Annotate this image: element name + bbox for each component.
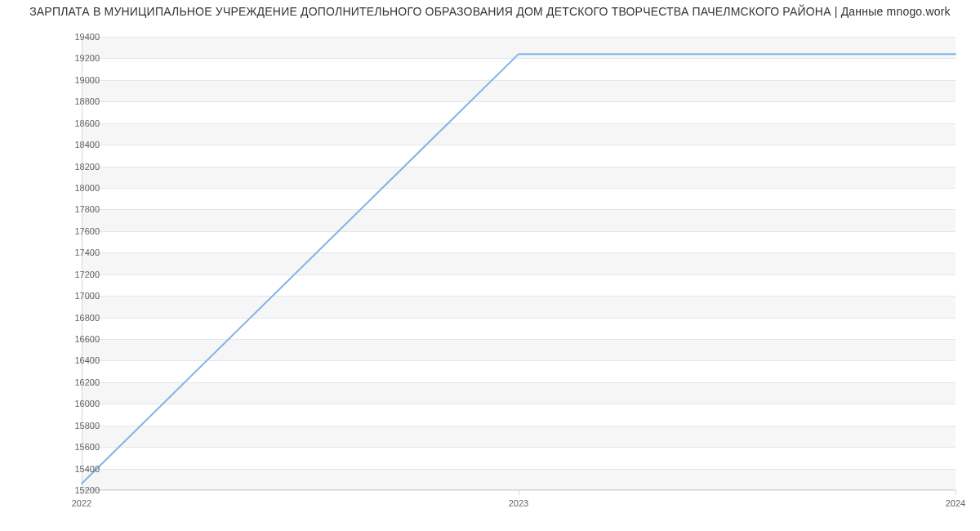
y-axis-label: 19200 [34,53,100,63]
x-axis-label: 2023 [494,498,543,508]
y-axis-label: 16400 [34,355,100,365]
y-axis-label: 18800 [34,96,100,106]
chart-svg [82,37,956,490]
y-axis-label: 15400 [34,464,100,474]
y-axis-label: 17000 [34,291,100,301]
y-axis-label: 16200 [34,377,100,387]
x-tick [519,490,519,495]
chart-title: ЗАРПЛАТА В МУНИЦИПАЛЬНОЕ УЧРЕЖДЕНИЕ ДОПО… [0,5,980,18]
y-axis-label: 17400 [34,248,100,257]
y-axis-label: 18000 [34,183,100,193]
y-axis-label: 17600 [34,226,100,236]
y-axis-label: 16600 [34,334,100,344]
y-axis-label: 17200 [34,270,100,279]
y-axis-label: 15200 [34,485,100,495]
y-axis-label: 16800 [34,313,100,323]
y-axis-label: 18400 [34,140,100,149]
y-axis-label: 19400 [34,32,100,42]
x-axis-label: 2022 [57,498,106,508]
y-axis-label: 18600 [34,118,100,128]
y-axis-label: 18200 [34,162,100,172]
y-axis-label: 15800 [34,421,100,431]
x-axis-label: 2024 [931,498,980,508]
y-axis-label: 16000 [34,399,100,408]
plot-area [82,37,956,490]
chart-container: ЗАРПЛАТА В МУНИЦИПАЛЬНОЕ УЧРЕЖДЕНИЕ ДОПО… [0,0,980,531]
y-axis-label: 15600 [34,442,100,452]
y-axis-label: 19000 [34,75,100,85]
x-tick [956,490,956,495]
series-line [82,54,956,484]
y-axis-label: 17800 [34,204,100,214]
